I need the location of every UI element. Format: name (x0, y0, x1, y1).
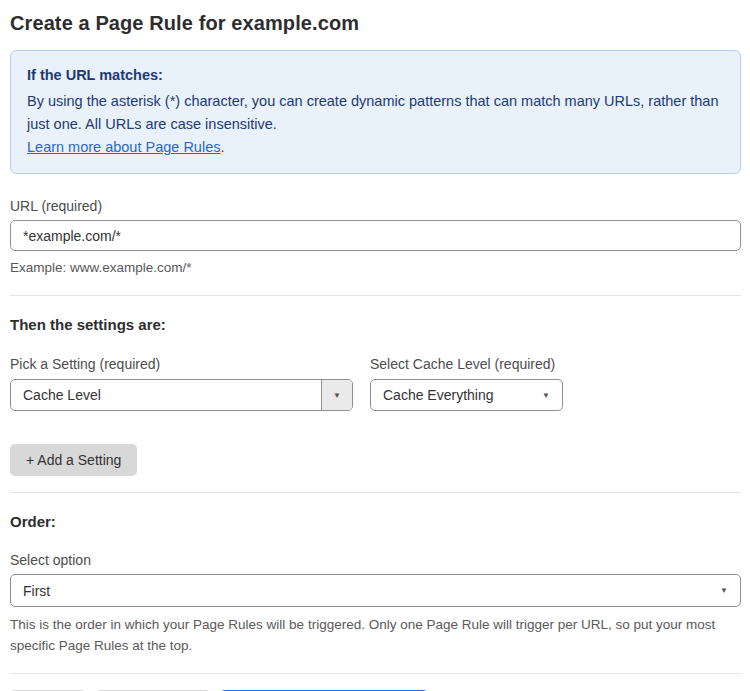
add-setting-button[interactable]: + Add a Setting (10, 444, 137, 476)
url-field-helper: Example: www.example.com/* (10, 258, 741, 277)
order-helper-text: This is the order in which your Page Rul… (10, 614, 730, 656)
cache-level-label: Select Cache Level (required) (370, 356, 563, 372)
settings-row: Pick a Setting (required) Cache Level ▼ … (10, 333, 741, 411)
divider (10, 673, 741, 674)
settings-section-heading: Then the settings are: (10, 316, 741, 333)
info-box-link-line: Learn more about Page Rules. (27, 136, 724, 159)
order-select[interactable]: First ▼ (10, 574, 741, 607)
cache-level-column: Select Cache Level (required) Cache Ever… (370, 333, 563, 411)
setting-picker-column: Pick a Setting (required) Cache Level ▼ (10, 333, 353, 411)
chevron-down-icon[interactable]: ▼ (321, 380, 352, 410)
cache-level-value: Cache Everything (371, 387, 536, 403)
cache-level-select[interactable]: Cache Everything ▼ (370, 379, 563, 411)
url-input[interactable] (10, 220, 741, 251)
page-title: Create a Page Rule for example.com (10, 12, 741, 35)
info-box-body: By using the asterisk (*) character, you… (27, 90, 724, 136)
create-page-rule-form: Create a Page Rule for example.com If th… (0, 0, 750, 691)
setting-picker-label: Pick a Setting (required) (10, 356, 353, 372)
divider (10, 492, 741, 493)
order-select-label: Select option (10, 552, 741, 568)
divider (10, 295, 741, 296)
info-box-heading: If the URL matches: (27, 64, 724, 87)
link-period: . (220, 139, 224, 155)
order-select-value: First (11, 583, 714, 599)
learn-more-link[interactable]: Learn more about Page Rules (27, 139, 220, 155)
setting-picker-select[interactable]: Cache Level ▼ (10, 379, 353, 411)
url-match-info-box: If the URL matches: By using the asteris… (10, 50, 741, 174)
chevron-down-icon: ▼ (714, 586, 740, 595)
chevron-down-icon: ▼ (536, 391, 562, 400)
order-section-heading: Order: (10, 513, 741, 530)
url-field-label: URL (required) (10, 198, 741, 214)
setting-picker-value: Cache Level (11, 387, 321, 403)
